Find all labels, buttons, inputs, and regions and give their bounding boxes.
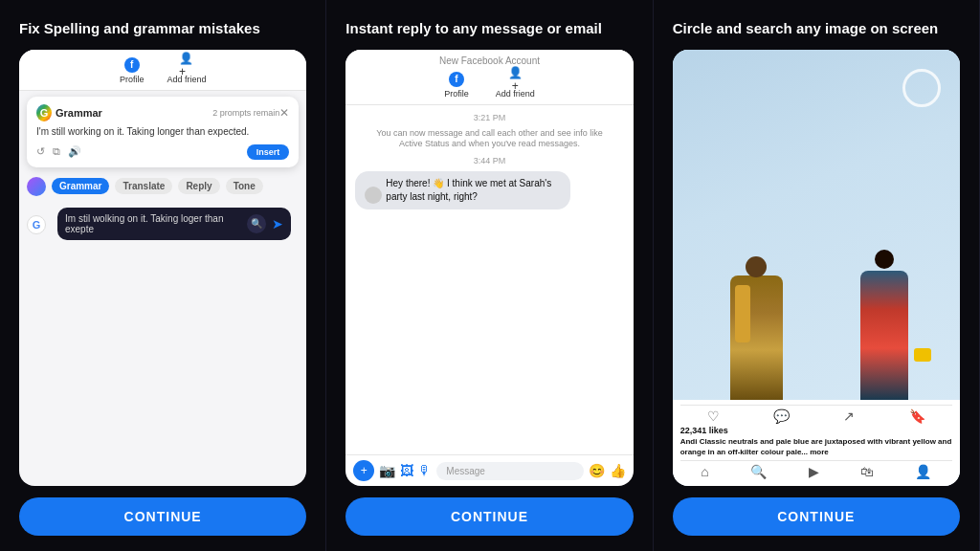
speaker-icon[interactable]: 🔊	[68, 145, 81, 158]
plus-icon[interactable]: +	[353, 460, 374, 481]
p2-header: New Facebook Account f Profile 👤+ Add fr…	[345, 50, 633, 105]
panel3-title: Circle and search any image on screen	[673, 19, 960, 38]
grammar-action-icons: ↺ ⧉ 🔊	[36, 145, 81, 158]
continue-button-3[interactable]: CONTINUE	[673, 497, 960, 536]
continue-button-2[interactable]: CONTINUE	[345, 497, 633, 536]
panel1-title: Fix Spelling and grammar mistakes	[19, 19, 306, 38]
p2-input-bar: + 📷 🖼 🎙 Message 😊 👍	[345, 454, 633, 486]
continue-button-1[interactable]: CONTINUE	[19, 497, 306, 536]
refresh-icon[interactable]: ↺	[36, 145, 45, 158]
panel2-title: Instant reply to any message or email	[345, 19, 633, 38]
tab-grammar[interactable]: Grammar	[52, 178, 109, 194]
p1-addfriend-item: 👤+ Add friend	[167, 57, 206, 84]
p3-caption: Andi Classic neutrals and pale blue are …	[680, 437, 952, 457]
facebook-icon-2: f	[449, 72, 464, 87]
photo-icon[interactable]: 🖼	[400, 463, 413, 478]
tab-tone[interactable]: Tone	[226, 178, 263, 194]
p2-message-input[interactable]: Message	[436, 462, 583, 480]
tab-translate[interactable]: Translate	[115, 178, 172, 194]
user-avatar	[27, 177, 46, 196]
bookmark-icon[interactable]: 🔖	[909, 408, 925, 424]
handbag-figure	[914, 348, 931, 362]
g-logo-icon: G	[36, 104, 52, 121]
panel-messenger: Instant reply to any message or email Ne…	[326, 0, 653, 551]
close-icon[interactable]: ✕	[279, 106, 289, 120]
p2-time-2: 3:44 PM	[355, 156, 623, 165]
p3-image-area	[673, 50, 960, 401]
p1-top-bar: f Profile 👤+ Add friend	[19, 50, 306, 91]
panel-imagesearch: Circle and search any image on screen ♡ …	[654, 0, 980, 551]
p2-addfriend-item: 👤+ Add friend	[496, 72, 535, 99]
add-user-icon: 👤+	[179, 57, 194, 73]
p2-chat-bubble: Hey there! 👋 I think we met at Sarah's p…	[355, 171, 569, 209]
message-input-area[interactable]: Im stil wolking on it. Taking loger than…	[57, 208, 291, 240]
p2-messages-area: 3:21 PM You can now message and call eac…	[345, 105, 633, 455]
camera-icon[interactable]: 📷	[379, 463, 395, 478]
shop-nav-icon[interactable]: 🛍	[860, 464, 874, 479]
p2-bubble-text: Hey there! 👋 I think we met at Sarah's p…	[386, 177, 560, 204]
send-icon[interactable]: ➤	[272, 216, 283, 231]
grammar-actions: ↺ ⧉ 🔊 Insert	[36, 144, 289, 160]
p2-system-message: You can now message and call each other …	[355, 128, 623, 150]
grammar-title-row: Grammar 2 prompts remain	[56, 107, 279, 119]
grammar-tabs: Grammar Translate Reply Tone	[19, 173, 306, 200]
panel3-mock: ♡ 💬 ↗ 🔖 22,341 likes Andi Classic neutra…	[673, 50, 960, 487]
grammar-popup-header: G Grammar 2 prompts remain ✕	[36, 104, 289, 121]
panel2-mock: New Facebook Account f Profile 👤+ Add fr…	[345, 50, 633, 487]
search-nav-icon[interactable]: 🔍	[750, 464, 767, 479]
circle-search-indicator	[902, 69, 941, 107]
heart-icon[interactable]: ♡	[707, 408, 720, 424]
caption-brand: Andi Classic	[680, 437, 726, 446]
comment-icon[interactable]: 💬	[773, 408, 790, 424]
p2-addfriend-label: Add friend	[496, 89, 535, 99]
p2-profile-item: f Profile	[444, 72, 469, 99]
home-nav-icon[interactable]: ⌂	[701, 464, 708, 479]
p3-likes-count: 22,341 likes	[680, 426, 952, 435]
person-right-figure	[860, 271, 908, 400]
profile-nav-icon[interactable]: 👤	[915, 464, 931, 479]
grammar-title: Grammar	[56, 107, 102, 119]
grammar-prompts: 2 prompts remain	[212, 108, 279, 118]
p3-action-icons: ♡ 💬 ↗ 🔖	[680, 405, 952, 426]
p2-profile-label: Profile	[444, 89, 469, 99]
input-text-value: Im stil wolking on it. Taking loger than…	[65, 213, 241, 234]
p1-profile-item: f Profile	[120, 57, 145, 84]
panel-grammar: Fix Spelling and grammar mistakes f Prof…	[0, 0, 326, 551]
g-small-icon: G	[27, 215, 46, 234]
copy-icon[interactable]: ⧉	[53, 145, 60, 158]
p3-instagram-bar: ♡ 💬 ↗ 🔖 22,341 likes Andi Classic neutra…	[673, 400, 960, 486]
p2-sender-avatar	[365, 187, 382, 204]
panel1-mock: f Profile 👤+ Add friend G Grammar 2 prom…	[19, 50, 306, 487]
share-icon[interactable]: ↗	[843, 408, 855, 424]
grammar-suggestion-text: I'm still working on it. Taking longer t…	[36, 125, 289, 139]
thumbs-up-icon[interactable]: 👍	[610, 463, 626, 478]
more-label[interactable]: more	[810, 448, 829, 456]
add-user-icon-2: 👤+	[507, 72, 523, 87]
reels-nav-icon[interactable]: ▶	[809, 464, 819, 479]
facebook-icon: f	[124, 57, 140, 73]
p2-time-1: 3:21 PM	[355, 113, 623, 122]
addfriend-label: Add friend	[167, 75, 206, 84]
p3-nav-icons: ⌂ 🔍 ▶ 🛍 👤	[680, 460, 952, 481]
grammar-popup: G Grammar 2 prompts remain ✕ I'm still w…	[27, 97, 299, 167]
mic-icon[interactable]: 🎙	[418, 463, 432, 478]
p2-top-icons: f Profile 👤+ Add friend	[345, 70, 633, 100]
person-left-figure	[730, 276, 783, 400]
profile-label: Profile	[120, 75, 145, 84]
insert-button[interactable]: Insert	[247, 144, 290, 160]
tab-reply[interactable]: Reply	[178, 178, 219, 194]
new-account-label: New Facebook Account	[345, 55, 633, 66]
search-icon[interactable]: 🔍	[247, 214, 266, 233]
emoji-icon[interactable]: 😊	[589, 463, 605, 478]
